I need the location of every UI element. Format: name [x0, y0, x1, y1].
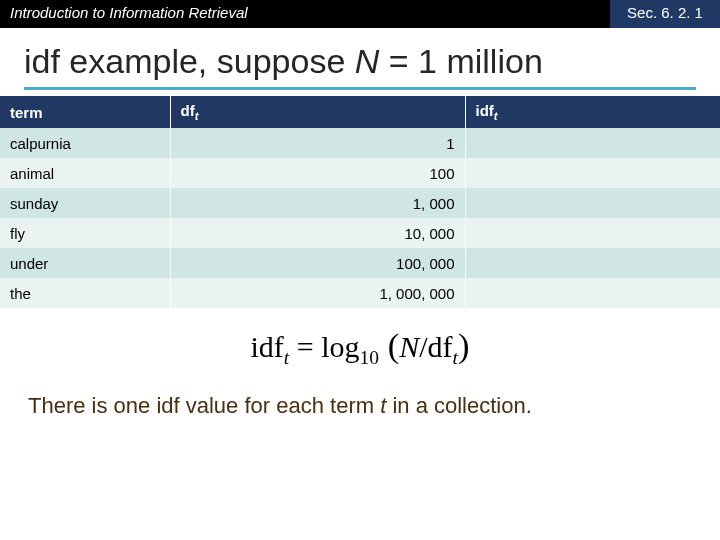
cell-idf [465, 218, 720, 248]
cell-df: 1, 000 [170, 188, 465, 218]
cell-term: the [0, 278, 170, 308]
cell-term: under [0, 248, 170, 278]
f-df: df [428, 330, 453, 363]
title-block: idf example, suppose N = 1 million [0, 28, 720, 96]
table-row: under 100, 000 [0, 248, 720, 278]
cell-idf [465, 158, 720, 188]
table-row: fly 10, 000 [0, 218, 720, 248]
th-df: dft [170, 96, 465, 128]
cell-df: 10, 000 [170, 218, 465, 248]
f-slash: / [419, 330, 427, 363]
th-idf-text: idf [476, 102, 494, 119]
cell-df: 100, 000 [170, 248, 465, 278]
cell-idf [465, 188, 720, 218]
th-term: term [0, 96, 170, 128]
table-row: animal 100 [0, 158, 720, 188]
f-log-sub: 10 [360, 347, 380, 368]
cell-df: 1 [170, 128, 465, 158]
topbar-section: Sec. 6. 2. 1 [610, 0, 720, 28]
title-underline [24, 87, 696, 90]
table-row: the 1, 000, 000 [0, 278, 720, 308]
cell-term: sunday [0, 188, 170, 218]
cell-idf [465, 128, 720, 158]
slide-title: idf example, suppose N = 1 million [24, 42, 696, 81]
f-lhs: idf [251, 330, 284, 363]
bottom-post: in a collection. [386, 393, 532, 418]
th-idf-sub: t [494, 110, 498, 122]
f-lparen: ( [379, 326, 399, 364]
idf-formula: idft = log10 (N/dft) [251, 330, 470, 363]
table-row: sunday 1, 000 [0, 188, 720, 218]
title-n: N [355, 42, 380, 80]
cell-idf [465, 278, 720, 308]
cell-term: animal [0, 158, 170, 188]
table-header-row: term dft idft [0, 96, 720, 128]
bottom-pre: There is one idf value for each term [28, 393, 380, 418]
cell-idf [465, 248, 720, 278]
title-pre: idf example, suppose [24, 42, 355, 80]
top-bar: Introduction to Information Retrieval Se… [0, 0, 720, 28]
table-row: calpurnia 1 [0, 128, 720, 158]
th-df-text: df [181, 102, 195, 119]
cell-term: fly [0, 218, 170, 248]
bottom-note: There is one idf value for each term t i… [0, 369, 720, 419]
title-post: = 1 million [379, 42, 542, 80]
f-eq: = log [289, 330, 359, 363]
f-N: N [399, 330, 419, 363]
cell-df: 100 [170, 158, 465, 188]
cell-term: calpurnia [0, 128, 170, 158]
table-body: calpurnia 1 animal 100 sunday 1, 000 fly… [0, 128, 720, 308]
idf-table: term dft idft calpurnia 1 animal 100 sun… [0, 96, 720, 308]
th-idf: idft [465, 96, 720, 128]
th-df-sub: t [195, 110, 199, 122]
formula-block: idft = log10 (N/dft) [0, 326, 720, 369]
topbar-left: Introduction to Information Retrieval [0, 0, 610, 28]
cell-df: 1, 000, 000 [170, 278, 465, 308]
f-rparen: ) [458, 326, 470, 364]
